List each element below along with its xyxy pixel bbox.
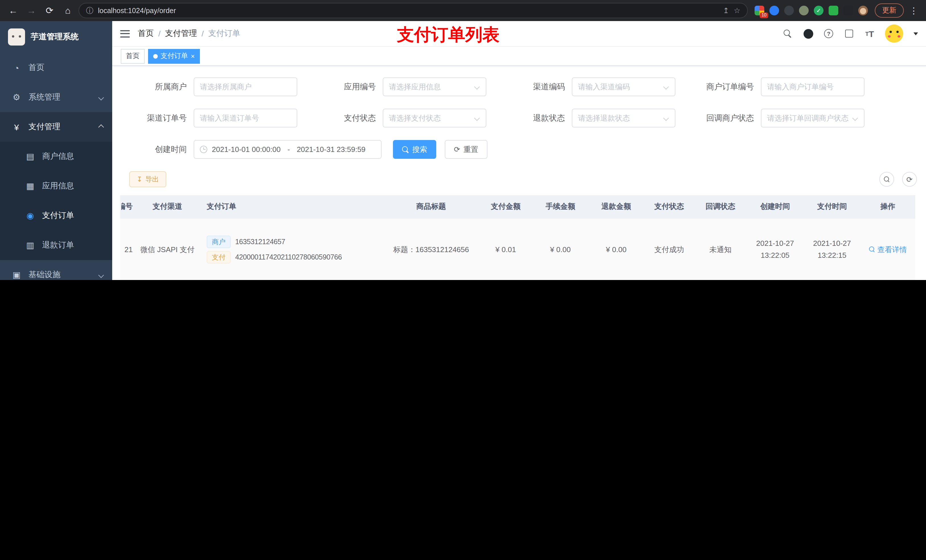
search-icon bbox=[402, 146, 409, 153]
callback-status-select[interactable] bbox=[761, 109, 864, 127]
extension-grid-icon[interactable]: 10 bbox=[755, 6, 764, 15]
pay-tag: 支付 bbox=[207, 251, 231, 264]
sidebar: 芋道管理系统 ◔ 首页 ⚙ 系统管理 ¥ 支付管理 ▤ 商户信息 ▦ bbox=[0, 21, 112, 280]
browser-chrome: ← → ⟳ ⌂ ⓘ localhost:1024/pay/order ↥ ☆ 1… bbox=[0, 0, 926, 21]
browser-menu-icon[interactable]: ⋮ bbox=[907, 5, 920, 16]
extension-check-icon[interactable]: ✓ bbox=[814, 6, 823, 15]
browser-forward-icon[interactable]: → bbox=[24, 3, 39, 18]
filter-merchant: 所属商户 bbox=[125, 77, 314, 96]
user-menu-caret-icon[interactable] bbox=[914, 32, 918, 35]
col-id: 编号 bbox=[120, 195, 134, 218]
channel-order-no-input[interactable] bbox=[194, 109, 297, 127]
github-icon[interactable] bbox=[803, 29, 813, 39]
extension-olive-icon[interactable] bbox=[799, 6, 809, 15]
help-icon[interactable]: ? bbox=[823, 29, 834, 39]
pay-status-select[interactable] bbox=[383, 109, 486, 127]
address-bar[interactable]: ⓘ localhost:1024/pay/order ↥ ☆ bbox=[79, 3, 748, 18]
date-end[interactable]: 2021-10-31 23:59:59 bbox=[297, 145, 365, 154]
orders-table: 编号 支付渠道 支付订单 商品标题 支付金额 手续金额 退款金额 支付状态 回调… bbox=[120, 195, 926, 280]
browser-home-icon[interactable]: ⌂ bbox=[61, 3, 75, 18]
date-start[interactable]: 2021-10-01 00:00:00 bbox=[212, 145, 280, 154]
export-button[interactable]: ↧ 导出 bbox=[129, 171, 166, 187]
extension-pin-icon[interactable] bbox=[843, 6, 853, 15]
merchant-order-no-input[interactable] bbox=[761, 77, 864, 96]
sidebar-item-infra[interactable]: ▣ 基础设施 bbox=[0, 260, 112, 280]
sidebar-item-home[interactable]: ◔ 首页 bbox=[0, 53, 112, 83]
fullscreen-icon[interactable] bbox=[844, 29, 854, 39]
col-create-time: 创建时间 bbox=[747, 195, 803, 218]
font-size-icon[interactable]: TT bbox=[864, 29, 875, 39]
col-title: 商品标题 bbox=[383, 195, 479, 218]
merchant-select[interactable] bbox=[194, 77, 297, 96]
refund-status-select[interactable] bbox=[572, 109, 675, 127]
record-icon: ◉ bbox=[25, 211, 35, 221]
filter-create-time: 创建时间 2021-10-01 00:00:00 - 2021-10-31 23… bbox=[125, 140, 381, 159]
breadcrumb: 首页 / 支付管理 / 支付订单 bbox=[138, 29, 240, 39]
col-fee: 手续金额 bbox=[533, 195, 588, 218]
filter-refund-status: 退款状态 bbox=[504, 109, 693, 127]
app-no-select[interactable] bbox=[383, 77, 486, 96]
filter-callback-status: 回调商户状态 bbox=[693, 109, 882, 127]
sidebar-item-pay-order[interactable]: ◉ 支付订单 bbox=[0, 201, 112, 231]
refresh-table-button[interactable]: ⟳ bbox=[902, 172, 917, 187]
tab-close-icon[interactable]: × bbox=[191, 53, 195, 59]
url-text[interactable]: localhost:1024/pay/order bbox=[98, 6, 719, 15]
col-notify: 回调状态 bbox=[694, 195, 747, 218]
site-info-icon[interactable]: ⓘ bbox=[86, 5, 94, 16]
gear-icon: ⚙ bbox=[11, 92, 22, 103]
toggle-search-button[interactable] bbox=[879, 172, 894, 187]
header-actions: ? TT bbox=[782, 24, 918, 43]
browser-reload-icon[interactable]: ⟳ bbox=[42, 3, 57, 18]
search-icon[interactable] bbox=[782, 29, 793, 39]
logo-title: 芋道管理系统 bbox=[31, 32, 79, 42]
sidebar-item-merchant-info[interactable]: ▤ 商户信息 bbox=[0, 142, 112, 171]
channel-code-select[interactable] bbox=[572, 77, 675, 96]
sidebar-item-pay[interactable]: ¥ 支付管理 bbox=[0, 112, 112, 142]
user-avatar[interactable] bbox=[885, 24, 903, 43]
breadcrumb-home[interactable]: 首页 bbox=[138, 29, 154, 39]
dashboard-icon: ◔ bbox=[11, 63, 22, 72]
profile-monkey-avatar[interactable] bbox=[858, 6, 868, 15]
page-title: 支付订单列表 bbox=[397, 23, 499, 47]
col-refund: 退款金额 bbox=[588, 195, 644, 218]
browser-back-icon[interactable]: ← bbox=[6, 3, 21, 18]
tab-pay-order[interactable]: 支付订单 × bbox=[148, 49, 200, 63]
table-row: 21 微信 JSAPI 支付 商户1635312124657 支付4200001… bbox=[120, 218, 915, 280]
filter-channel-order-no: 渠道订单号 bbox=[125, 109, 314, 127]
chevron-down-icon bbox=[98, 272, 104, 278]
extension-chat-icon[interactable] bbox=[829, 6, 838, 15]
browser-update-button[interactable]: 更新 bbox=[875, 3, 904, 18]
filter-app-no: 应用编号 bbox=[314, 77, 504, 96]
app-header: 首页 / 支付管理 / 支付订单 支付订单列表 ? TT bbox=[112, 21, 926, 47]
sidebar-item-refund-order[interactable]: ▥ 退款订单 bbox=[0, 231, 112, 260]
card-icon: ▤ bbox=[25, 151, 35, 162]
sidebar-item-app-info[interactable]: ▦ 应用信息 bbox=[0, 171, 112, 201]
filter-channel-code: 渠道编码 bbox=[504, 77, 693, 96]
breadcrumb-pay-order: 支付订单 bbox=[209, 29, 240, 39]
filter-merchant-order-no: 商户订单编号 bbox=[693, 77, 882, 96]
view-detail-link[interactable]: 查看详情 bbox=[869, 245, 907, 255]
content: 所属商户 应用编号 bbox=[112, 66, 926, 280]
screen: ← → ⟳ ⌂ ⓘ localhost:1024/pay/order ↥ ☆ 1… bbox=[0, 0, 926, 280]
sidebar-item-system[interactable]: ⚙ 系统管理 bbox=[0, 83, 112, 112]
monitor-icon: ▣ bbox=[11, 270, 22, 280]
search-button[interactable]: 搜索 bbox=[393, 140, 436, 159]
logo-avatar bbox=[8, 29, 25, 45]
extension-dark-icon[interactable] bbox=[784, 6, 794, 15]
grid-icon: ▦ bbox=[25, 181, 35, 191]
extensions-tray: 10 ✓ bbox=[751, 6, 872, 15]
chevron-down-icon bbox=[98, 95, 104, 100]
share-icon[interactable]: ↥ bbox=[723, 6, 729, 15]
breadcrumb-pay-manage[interactable]: 支付管理 bbox=[165, 29, 197, 39]
date-range-picker[interactable]: 2021-10-01 00:00:00 - 2021-10-31 23:59:5… bbox=[194, 140, 381, 159]
extension-badge: 10 bbox=[760, 12, 768, 18]
extension-blue-icon[interactable] bbox=[769, 6, 779, 15]
refresh-icon: ⟳ bbox=[454, 145, 460, 154]
tags-view-bar: 首页 支付订单 × bbox=[112, 47, 926, 66]
col-amount: 支付金额 bbox=[479, 195, 533, 218]
bookmark-star-icon[interactable]: ☆ bbox=[734, 6, 740, 15]
hamburger-icon[interactable] bbox=[120, 30, 130, 37]
tab-home[interactable]: 首页 bbox=[121, 49, 145, 63]
col-pay-time: 支付时间 bbox=[803, 195, 861, 218]
reset-button[interactable]: ⟳ 重置 bbox=[445, 140, 487, 159]
